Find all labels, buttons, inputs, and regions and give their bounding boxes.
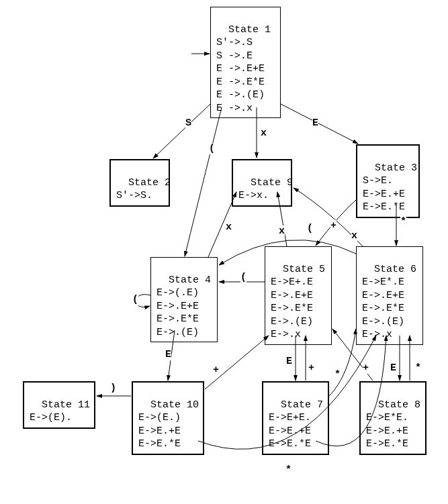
state-6-item-3: E->.(E) — [362, 316, 404, 327]
state-1-item-1: S ->.E — [216, 50, 253, 62]
edge-label-x3: x — [279, 225, 285, 237]
edge-label-S: S — [185, 117, 191, 129]
state-4-item-0: E->(.E) — [156, 287, 199, 299]
state-7-title: State 7 — [281, 399, 323, 411]
state-5-item-3: E->.(E) — [271, 316, 313, 327]
state-6-item-4: E->.x — [362, 329, 392, 340]
state-9: State 9 E->x. — [232, 159, 292, 207]
state-1-item-3: E ->.E*E — [216, 77, 265, 88]
edge-label-open4: ( — [132, 294, 138, 305]
state-7: State 7 E->E+E. E->E.+E E->E.*E — [262, 381, 329, 455]
edge-label-star3: * — [285, 464, 292, 476]
state-4-item-3: E->.(E) — [156, 327, 199, 338]
state-11-item-0: E->(E). — [30, 412, 72, 423]
state-6-item-0: E->E*.E — [362, 276, 404, 288]
edge-label-plus2: + — [213, 364, 219, 376]
edge-label-x2: x — [226, 221, 232, 233]
state-7-item-2: E->E.*E — [269, 438, 311, 450]
state-9-item-0: E->x. — [238, 190, 269, 201]
edge-label-x4: x — [351, 230, 357, 242]
state-1-item-0: S'->.S — [216, 37, 253, 48]
state-5-item-4: E->.x — [271, 329, 301, 340]
state-10-item-1: E->E.+E — [138, 425, 181, 437]
state-8: State 8 E->E*E. E->E.+E E->E.*E — [359, 381, 427, 455]
state-6-title: State 6 — [374, 264, 416, 275]
edge-label-E2: E — [165, 349, 171, 360]
state-6-item-1: E->.E+E — [362, 290, 404, 301]
state-8-item-1: E->E.+E — [366, 425, 408, 437]
state-1-item-4: E ->.(E) — [216, 89, 265, 101]
state-7-item-0: E->E+E. — [269, 412, 311, 423]
state-5: State 5 E->E+.E E->.E+E E->.E*E E->.(E) … — [265, 246, 332, 345]
state-2-item-0: S'->S. — [116, 190, 152, 201]
state-8-item-0: E->E*E. — [366, 412, 408, 423]
state-3-item-0: S->E. — [363, 175, 393, 187]
svg-line-3 — [281, 104, 358, 144]
state-10-item-0: E->(E.) — [138, 412, 181, 423]
state-5-item-1: E->.E+E — [271, 290, 313, 301]
state-8-title: State 8 — [378, 399, 420, 411]
edge-label-E1: E — [312, 117, 318, 129]
state-8-item-2: E->E.*E — [366, 438, 408, 450]
state-10-item-2: E->E.*E — [138, 438, 181, 450]
edge-label-E4: E — [390, 362, 396, 374]
edge-label-x1: x — [261, 128, 267, 139]
edge-label-star1: * — [400, 216, 406, 228]
svg-line-14 — [205, 336, 269, 389]
state-1: State 1 S'->.S S ->.E E ->.E+E E ->.E*E … — [210, 7, 281, 118]
state-4: State 4 E->(.E) E->.E+E E->.E*E E->.(E) — [150, 257, 218, 342]
state-5-title: State 5 — [283, 264, 325, 275]
state-3-item-2: E->E.*E — [363, 201, 405, 213]
state-5-item-2: E->.E*E — [271, 303, 313, 314]
state-4-item-2: E->.E*E — [156, 313, 199, 325]
edge-label-open3: ( — [240, 272, 247, 283]
state-3-item-1: E->E.+E — [363, 189, 405, 200]
edge-label-open1: ( — [209, 143, 215, 154]
edge-label-star2: * — [415, 362, 421, 374]
state-4-title: State 4 — [169, 274, 211, 286]
edge-label-plus3: + — [308, 362, 314, 374]
state-2-title: State 2 — [128, 177, 171, 189]
edge-label-E3: E — [286, 356, 292, 367]
edge-label-plus4: + — [363, 362, 369, 374]
state-11-title: State 11 — [42, 399, 90, 411]
state-6: State 6 E->E*.E E->.E+E E->.E*E E->.(E) … — [356, 246, 423, 345]
state-1-item-2: E ->.E+E — [216, 63, 265, 74]
state-4-item-1: E->.E+E — [156, 301, 199, 312]
state-7-item-1: E->E.+E — [269, 425, 311, 437]
state-11: State 11 E->(E). — [23, 381, 95, 429]
edge-label-plus1: + — [330, 220, 337, 232]
edge-label-star4: * — [334, 369, 341, 381]
state-6-item-2: E->.E*E — [362, 303, 404, 314]
edge-label-close: ) — [110, 383, 116, 394]
state-9-title: State 9 — [251, 177, 293, 189]
state-1-item-5: E ->.x — [216, 103, 253, 114]
state-5-item-0: E->E+.E — [271, 276, 313, 288]
state-10-title: State 10 — [150, 399, 199, 411]
edge-label-open2: ( — [307, 223, 313, 234]
svg-line-1 — [153, 104, 210, 158]
state-2: State 2 S'->S. — [109, 159, 170, 207]
state-10: State 10 E->(E.) E->E.+E E->E.*E — [132, 381, 204, 455]
state-1-title: State 1 — [228, 24, 271, 36]
state-3-title: State 3 — [375, 162, 417, 174]
state-3: State 3 S->E. E->E.+E E->E.*E — [356, 144, 420, 218]
